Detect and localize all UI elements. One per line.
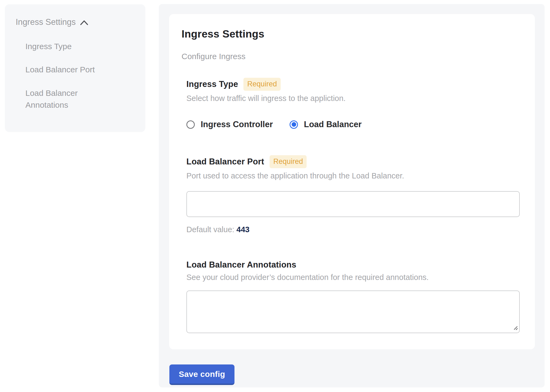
settings-sidebar: Ingress Settings Ingress Type Load Balan… — [5, 4, 145, 132]
default-value-note: Default value:443 — [186, 225, 520, 234]
radio-label-ingress-controller: Ingress Controller — [201, 120, 273, 129]
required-badge: Required — [243, 78, 281, 91]
required-badge: Required — [270, 155, 307, 168]
annotations-textarea-wrap — [186, 290, 520, 333]
section-label-load-balancer-annotations: Load Balancer Annotations — [186, 260, 296, 270]
sidebar-group-label: Ingress Settings — [16, 17, 76, 27]
resize-handle-icon[interactable] — [513, 325, 518, 332]
sidebar-item-ingress-type[interactable]: Ingress Type — [25, 40, 109, 52]
default-value-label: Default value: — [186, 225, 234, 234]
sidebar-item-list: Ingress Type Load Balancer Port Load Bal… — [16, 40, 135, 111]
ingress-settings-card: Ingress Settings Configure Ingress Ingre… — [169, 14, 535, 349]
save-config-button[interactable]: Save config — [169, 364, 234, 385]
radio-circle-icon[interactable] — [290, 120, 298, 129]
settings-panel: Ingress Settings Configure Ingress Ingre… — [159, 4, 545, 387]
section-description-ingress-type: Select how traffic will ingress to the a… — [186, 94, 520, 103]
section-load-balancer-annotations: Load Balancer Annotations See your cloud… — [186, 260, 520, 333]
radio-option-ingress-controller[interactable]: Ingress Controller — [186, 120, 273, 129]
chevron-up-icon — [80, 18, 88, 28]
section-description-load-balancer-port: Port used to access the application thro… — [186, 171, 520, 180]
radio-label-load-balancer: Load Balancer — [304, 120, 362, 129]
default-value: 443 — [236, 225, 249, 234]
sidebar-item-load-balancer-annotations[interactable]: Load Balancer Annotations — [25, 87, 109, 111]
section-ingress-type: Ingress Type Required Select how traffic… — [186, 78, 520, 129]
section-description-load-balancer-annotations: See your cloud provider’s documentation … — [186, 273, 520, 282]
section-label-ingress-type: Ingress Type — [186, 79, 238, 89]
load-balancer-annotations-textarea[interactable] — [186, 290, 520, 333]
sidebar-item-load-balancer-port[interactable]: Load Balancer Port — [25, 64, 109, 76]
radio-option-load-balancer[interactable]: Load Balancer — [290, 120, 362, 129]
page-title: Ingress Settings — [182, 28, 520, 40]
load-balancer-port-input[interactable] — [186, 191, 520, 217]
ingress-type-radio-group: Ingress Controller Load Balancer — [186, 120, 520, 129]
section-label-load-balancer-port: Load Balancer Port — [186, 157, 264, 167]
sidebar-group-ingress-settings[interactable]: Ingress Settings — [16, 17, 135, 28]
radio-circle-icon[interactable] — [186, 120, 195, 129]
section-load-balancer-port: Load Balancer Port Required Port used to… — [186, 155, 520, 234]
page-subtitle: Configure Ingress — [182, 52, 520, 61]
